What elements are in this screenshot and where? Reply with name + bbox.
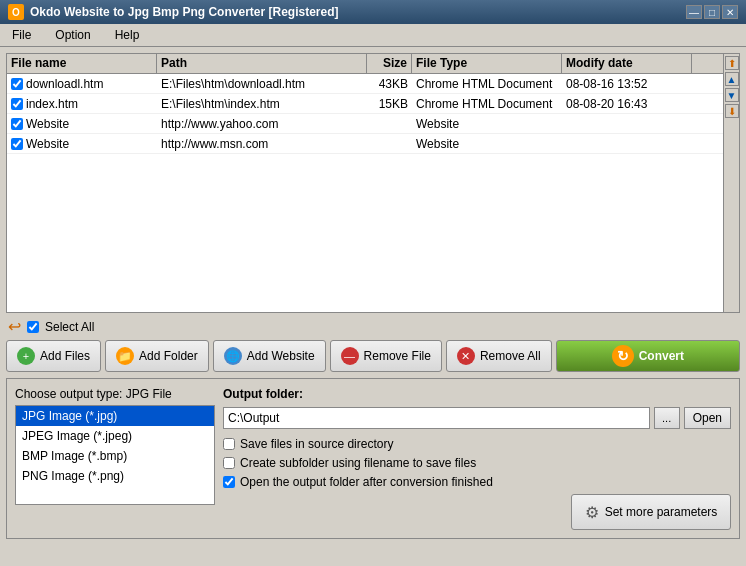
add-files-icon: + [17, 347, 35, 365]
row-size-3 [367, 142, 412, 146]
menu-option[interactable]: Option [51, 27, 94, 43]
title-bar: O Okdo Website to Jpg Bmp Png Converter … [0, 0, 746, 24]
back-icon[interactable]: ↩ [8, 317, 21, 336]
row-type-2: Website [412, 115, 562, 133]
open-output-label: Open the output folder after conversion … [240, 475, 493, 489]
row-checkbox-3[interactable] [11, 138, 23, 150]
add-website-button[interactable]: 🌐 Add Website [213, 340, 326, 372]
folder-row: ... Open [223, 407, 731, 429]
remove-all-button[interactable]: ✕ Remove All [446, 340, 552, 372]
bottom-area: Choose output type: JPG File JPG Image (… [6, 378, 740, 539]
file-list-container: File name Path Size File Type Modify dat… [6, 53, 740, 313]
select-all-checkbox[interactable] [27, 321, 39, 333]
row-type-0: Chrome HTML Document [412, 75, 562, 93]
select-all-label: Select All [45, 320, 94, 334]
remove-all-icon: ✕ [457, 347, 475, 365]
output-option-1[interactable]: JPEG Image (*.jpeg) [16, 426, 214, 446]
row-size-0: 43KB [367, 75, 412, 93]
table-row: Website http://www.msn.com Website [7, 134, 723, 154]
output-option-2[interactable]: BMP Image (*.bmp) [16, 446, 214, 466]
row-path-0: E:\Files\htm\downloadl.htm [157, 75, 367, 93]
remove-file-icon: — [341, 347, 359, 365]
row-name-0: downloadl.htm [26, 77, 103, 91]
add-website-icon: 🌐 [224, 347, 242, 365]
menu-help[interactable]: Help [111, 27, 144, 43]
row-modify-3 [562, 142, 692, 146]
row-checkbox-0[interactable] [11, 78, 23, 90]
scroll-down-button[interactable]: ▼ [725, 88, 739, 102]
add-folder-label: Add Folder [139, 349, 198, 363]
scroll-bottom-button[interactable]: ⬇ [725, 104, 739, 118]
window-controls: — □ ✕ [686, 5, 738, 19]
scroll-up-button[interactable]: ▲ [725, 72, 739, 86]
add-folder-icon: 📁 [116, 347, 134, 365]
output-type-list: JPG Image (*.jpg) JPEG Image (*.jpeg) BM… [15, 405, 215, 505]
row-modify-0: 08-08-16 13:52 [562, 75, 692, 93]
create-subfolder-checkbox[interactable] [223, 457, 235, 469]
output-option-3[interactable]: PNG Image (*.png) [16, 466, 214, 486]
output-folder-panel: Output folder: ... Open Save files in so… [223, 387, 731, 530]
gear-icon: ⚙ [585, 503, 599, 522]
add-files-button[interactable]: + Add Files [6, 340, 101, 372]
file-list-header: File name Path Size File Type Modify dat… [7, 54, 723, 74]
row-name-1: index.htm [26, 97, 78, 111]
row-path-3: http://www.msn.com [157, 135, 367, 153]
minimize-button[interactable]: — [686, 5, 702, 19]
folder-browse-button[interactable]: ... [654, 407, 680, 429]
menu-file[interactable]: File [8, 27, 35, 43]
row-path-2: http://www.yahoo.com [157, 115, 367, 133]
app-icon: O [8, 4, 24, 20]
output-type-label: Choose output type: JPG File [15, 387, 215, 401]
remove-file-label: Remove File [364, 349, 431, 363]
row-type-3: Website [412, 135, 562, 153]
menu-bar: File Option Help [0, 24, 746, 47]
add-files-label: Add Files [40, 349, 90, 363]
save-source-label: Save files in source directory [240, 437, 393, 451]
table-row: index.htm E:\Files\htm\index.htm 15KB Ch… [7, 94, 723, 114]
maximize-button[interactable]: □ [704, 5, 720, 19]
output-type-panel: Choose output type: JPG File JPG Image (… [15, 387, 215, 530]
col-header-name: File name [7, 54, 157, 73]
convert-icon: ↻ [612, 345, 634, 367]
add-folder-button[interactable]: 📁 Add Folder [105, 340, 209, 372]
app-title: Okdo Website to Jpg Bmp Png Converter [R… [30, 5, 338, 19]
row-type-1: Chrome HTML Document [412, 95, 562, 113]
col-header-size: Size [367, 54, 412, 73]
main-area: File name Path Size File Type Modify dat… [0, 47, 746, 563]
open-output-checkbox[interactable] [223, 476, 235, 488]
option-row-2: Open the output folder after conversion … [223, 475, 731, 489]
close-button[interactable]: ✕ [722, 5, 738, 19]
row-size-1: 15KB [367, 95, 412, 113]
scrollbar: ⬆ ▲ ▼ ⬇ [723, 54, 739, 312]
add-website-label: Add Website [247, 349, 315, 363]
row-checkbox-1[interactable] [11, 98, 23, 110]
option-row-1: Create subfolder using filename to save … [223, 456, 731, 470]
row-name-2: Website [26, 117, 69, 131]
remove-file-button[interactable]: — Remove File [330, 340, 442, 372]
table-row: downloadl.htm E:\Files\htm\downloadl.htm… [7, 74, 723, 94]
option-row-0: Save files in source directory [223, 437, 731, 451]
col-header-modify: Modify date [562, 54, 692, 73]
convert-button[interactable]: ↻ Convert [556, 340, 740, 372]
folder-path-input[interactable] [223, 407, 650, 429]
scroll-top-button[interactable]: ⬆ [725, 56, 739, 70]
row-path-1: E:\Files\htm\index.htm [157, 95, 367, 113]
output-folder-label: Output folder: [223, 387, 731, 401]
create-subfolder-label: Create subfolder using filename to save … [240, 456, 476, 470]
output-option-0[interactable]: JPG Image (*.jpg) [16, 406, 214, 426]
table-row: Website http://www.yahoo.com Website [7, 114, 723, 134]
save-source-checkbox[interactable] [223, 438, 235, 450]
set-params-label: Set more parameters [605, 505, 718, 519]
row-modify-2 [562, 122, 692, 126]
convert-label: Convert [639, 349, 684, 363]
row-size-2 [367, 122, 412, 126]
select-all-row: ↩ Select All [6, 313, 740, 340]
col-header-path: Path [157, 54, 367, 73]
toolbar: + Add Files 📁 Add Folder 🌐 Add Website —… [6, 340, 740, 372]
row-checkbox-2[interactable] [11, 118, 23, 130]
remove-all-label: Remove All [480, 349, 541, 363]
folder-open-button[interactable]: Open [684, 407, 731, 429]
file-list: File name Path Size File Type Modify dat… [7, 54, 723, 312]
row-name-3: Website [26, 137, 69, 151]
set-params-button[interactable]: ⚙ Set more parameters [571, 494, 731, 530]
